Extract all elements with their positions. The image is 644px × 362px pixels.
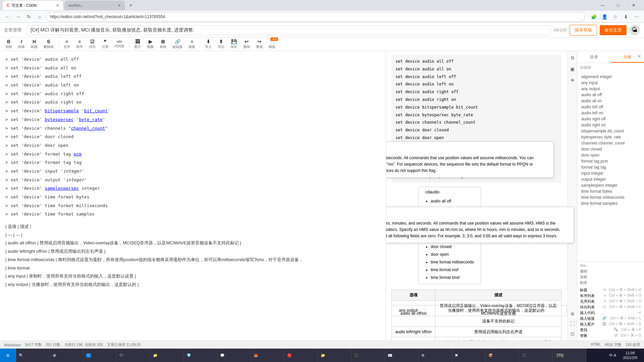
maximize-button[interactable]: □ — [610, 0, 626, 11]
tab-label: 写文章 - CSDN — [12, 3, 37, 8]
minimize-button[interactable]: — — [595, 0, 610, 11]
new-tab-button[interactable]: + — [126, 1, 136, 10]
start-button[interactable]: ⊞ — [0, 349, 16, 362]
outline-item[interactable]: audio right off — [580, 116, 641, 122]
show-desktop-button[interactable] — [641, 349, 644, 362]
favorites-button[interactable]: ☆ — [610, 12, 620, 21]
taskbar-vscode[interactable]: ⬛ — [352, 349, 385, 362]
view-split-btn[interactable]: ⧉ — [569, 54, 577, 62]
toolbar-import[interactable]: ⬇导入 — [202, 38, 214, 51]
notification-area[interactable]: 中 A — [606, 353, 619, 358]
outline-item[interactable]: input integer — [580, 170, 641, 176]
toolbar-link[interactable]: 🔗超链接 — [170, 38, 185, 51]
outline-item[interactable]: bitspersample bit_count — [580, 128, 641, 134]
taskbar-app1[interactable]: 🔴 — [284, 349, 318, 362]
toolbar-image[interactable]: 🖼图片 — [131, 38, 144, 51]
taskbar-gamebar[interactable]: G — [83, 349, 117, 362]
outline-item[interactable]: samplespers integer — [580, 182, 641, 188]
address-bar[interactable]: https://editor.csdn.net/md?not_checkout=… — [46, 12, 585, 21]
outline-item[interactable]: output integer — [580, 176, 641, 182]
outline-item[interactable]: door open — [580, 152, 641, 158]
toolbar-summary[interactable]: ≡摘要 — [186, 38, 198, 51]
taskbar-firefox[interactable]: 🦊 — [251, 349, 284, 362]
toolbar-italic[interactable]: I斜体 — [15, 38, 28, 51]
toolbar-bold[interactable]: B加粗 — [3, 38, 15, 51]
taskbar-vs[interactable]: 💎 — [184, 349, 217, 362]
tab-active[interactable]: C 写文章 - CSDN ✕ — [3, 1, 63, 10]
view-preview-btn[interactable]: ▣ — [569, 65, 577, 73]
toolbar-video[interactable]: ▶视频 — [144, 38, 156, 51]
outline-item[interactable]: time format bytes — [580, 188, 641, 194]
toolbar-ordered-list[interactable]: ≡有序 — [73, 38, 86, 51]
outline-item[interactable]: format tag pcm — [580, 158, 641, 164]
outline-item[interactable]: audio all off — [580, 92, 641, 98]
toolbar-heading[interactable]: H标题 — [28, 38, 40, 51]
publish-button[interactable]: 发布文章 — [600, 25, 627, 35]
taskbar-security[interactable]: 🛡 — [117, 349, 150, 362]
outline-item[interactable]: bytespersec byte_rate — [580, 134, 641, 140]
outline-item[interactable]: audio left on — [580, 110, 641, 116]
taskbar-music[interactable]: 🎵 — [519, 349, 553, 362]
toolbar-code-block[interactable]: </>代码块 — [112, 38, 127, 50]
save-draft-button[interactable]: 保存草稿 — [570, 25, 597, 36]
zoom-btn[interactable]: ⊕ — [569, 310, 577, 318]
toolbar-redo[interactable]: ↪重做 — [253, 38, 265, 51]
avatar[interactable]: 🌤 — [629, 25, 640, 36]
outline-item[interactable]: format tag tag — [580, 164, 641, 170]
close-panel-btn[interactable]: ✕ — [637, 54, 641, 59]
taskbar-taskview[interactable]: 🖥 — [50, 349, 83, 362]
shortcut-item: 有序列表 ≡ Ctrl + ⌘ + Shift + O — [580, 293, 641, 299]
taskbar-files[interactable]: 📁 — [318, 349, 352, 362]
taskbar-pkg[interactable]: 📦 — [486, 349, 519, 362]
toolbar-table[interactable]: ⊞表格 — [157, 38, 169, 51]
x-icon: ✖ — [455, 353, 458, 358]
tab-close[interactable]: ✕ — [56, 3, 59, 8]
downloads-button[interactable]: ⬇ — [621, 12, 631, 21]
outline-item[interactable]: time format samples — [580, 200, 641, 206]
taskbar-mail[interactable]: 📧 — [385, 349, 419, 362]
extensions-button[interactable]: 🧩 — [589, 12, 598, 21]
close-button[interactable]: ✕ — [626, 0, 641, 11]
refresh-button[interactable]: ↻ — [24, 12, 34, 21]
panel-tab-toc[interactable]: 目录 — [577, 52, 611, 63]
taskbar-x[interactable]: ✖ — [452, 349, 486, 362]
toolbar-template[interactable]: 📄 模版 new — [266, 38, 278, 51]
toolbar-save[interactable]: 💾保存 — [228, 38, 240, 51]
profile-button[interactable]: 👤 — [600, 12, 609, 21]
editor-pane[interactable]: > set 'device' audio all off > set 'devi… — [0, 51, 386, 341]
toolbar-strikethrough[interactable]: S删除线 — [41, 38, 56, 51]
outline-item[interactable]: door closed — [580, 146, 641, 152]
clock[interactable]: 11:09 2021/2/9 — [619, 349, 641, 362]
article-title-input[interactable]: [C#] MCI 详解与封装类, MCI 播放音乐, 获取播放状态, 获取音频长… — [27, 25, 551, 35]
toolbar-undo[interactable]: ↩撤销 — [240, 38, 253, 51]
taskbar-search[interactable]: 🔍 — [16, 349, 50, 362]
view-visible-btn[interactable]: 👁 — [569, 76, 577, 84]
fullscreen-exit-btn[interactable]: ⊡ — [569, 330, 577, 338]
toolbar-todo[interactable]: ☑待办 — [86, 38, 98, 51]
tab-close-2[interactable]: ✕ — [118, 3, 121, 8]
tooltip-tt1-title: time format milliseconds — [386, 145, 548, 153]
outline-item[interactable]: audio left off — [580, 104, 641, 110]
settings-button[interactable]: ⋯ — [632, 12, 641, 21]
outline-item[interactable]: audio right on — [580, 122, 641, 128]
outline-item[interactable]: any output — [580, 86, 641, 92]
outline-item[interactable]: time format milliseconds — [580, 194, 641, 200]
outline-item[interactable]: audio all on — [580, 98, 641, 104]
outline-item[interactable]: channels channel_count — [580, 140, 641, 146]
taskbar-wechat[interactable]: 💬 — [217, 349, 251, 362]
forward-button[interactable]: → — [13, 12, 23, 21]
editor-line: > set 'device' audio right on — [5, 98, 380, 107]
fullscreen-btn[interactable]: ⛶ — [569, 320, 577, 328]
home-button[interactable]: ⌂ — [35, 12, 44, 21]
tab-mciSen[interactable]: mciSen... ✕ — [64, 1, 125, 10]
char-counter: 48/100 — [553, 27, 567, 33]
taskbar-explorer[interactable]: 📁 — [150, 349, 184, 362]
toolbar-export[interactable]: ⬆导出 — [215, 38, 227, 51]
taskbar-tts[interactable]: TTS — [553, 349, 586, 362]
outline-item[interactable]: alignment integer — [580, 74, 641, 80]
back-button[interactable]: ← — [3, 12, 12, 21]
taskbar-settings[interactable]: ⚙ — [419, 349, 452, 362]
outline-item[interactable]: any input — [580, 80, 641, 86]
toolbar-unordered-list[interactable]: ≡无序 — [61, 38, 73, 51]
toolbar-quote[interactable]: ❝引用 — [99, 38, 111, 51]
